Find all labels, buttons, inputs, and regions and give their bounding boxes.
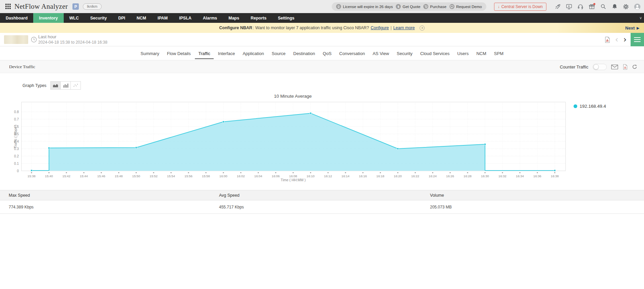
tab-cloud-services[interactable]: Cloud Services [417, 47, 453, 59]
tab-qos[interactable]: QoS [319, 47, 335, 59]
tab-ncm[interactable]: NCM [473, 47, 490, 59]
dollar-icon: $ [396, 4, 401, 9]
nav-item-ipsla[interactable]: IPSLA [173, 13, 197, 23]
bell-icon[interactable] [611, 3, 618, 10]
configure-link[interactable]: Configure [371, 26, 389, 30]
tab-interface[interactable]: Interface [215, 47, 238, 59]
email-icon[interactable] [611, 64, 618, 69]
section-controls: Counter Traffic [560, 60, 637, 73]
nav-item-alarms[interactable]: Alarms [197, 13, 223, 23]
svg-text:16:14: 16:14 [341, 174, 350, 178]
svg-text:15:54: 15:54 [167, 174, 175, 178]
tab-application[interactable]: Application [239, 47, 267, 59]
headset-icon[interactable] [577, 3, 584, 10]
nav-overflow-chevron-icon[interactable]: ∨ [639, 13, 642, 23]
svg-text:16:16: 16:16 [359, 174, 367, 178]
time-period-selector[interactable]: Last hour 2024-04-18 15:38 to 2024-04-18… [38, 34, 107, 44]
svg-text:15:42: 15:42 [62, 174, 70, 178]
svg-text:Traffic ( Mbps ): Traffic ( Mbps ) [13, 125, 17, 148]
banner-next-button[interactable]: Next ▶ [625, 23, 639, 33]
prev-device-chevron-icon[interactable]: ‹ [615, 36, 619, 44]
get-quote-item[interactable]: $ Get Quote [396, 4, 420, 9]
nav-item-reports[interactable]: Reports [245, 13, 272, 23]
svg-text:0.2: 0.2 [14, 154, 19, 158]
svg-text:16:38: 16:38 [551, 174, 559, 178]
demo-player-icon[interactable] [566, 3, 572, 10]
tab-users[interactable]: Users [454, 47, 472, 59]
nav-item-security[interactable]: Security [85, 13, 112, 23]
purchase-label: Purchase [430, 5, 446, 9]
tab-flow-details[interactable]: Flow Details [164, 47, 194, 59]
svg-text:15:44: 15:44 [80, 174, 88, 178]
nav-item-wlc[interactable]: WLC [64, 13, 85, 23]
svg-text:15:50: 15:50 [132, 174, 140, 178]
central-server-label: Central Server is Down [501, 4, 543, 9]
learn-more-link[interactable]: Learn more [393, 26, 415, 30]
svg-text:16:02: 16:02 [237, 174, 245, 178]
svg-text:16:34: 16:34 [516, 174, 524, 178]
scatter-chart-type-button[interactable] [70, 81, 81, 90]
nav-item-ipam[interactable]: IPAM [152, 13, 173, 23]
rocket-icon[interactable] [554, 3, 561, 10]
toggle-knob [593, 64, 599, 69]
view-tabs: SummaryFlow DetailsTrafficInterfaceAppli… [0, 46, 644, 60]
tab-spm[interactable]: SPM [491, 47, 507, 59]
svg-text:15:40: 15:40 [45, 174, 53, 178]
stats-value-cell: 455.717 Kbps [210, 200, 421, 213]
banner-separator: | [390, 26, 391, 30]
next-arrow-icon: ▶ [637, 26, 639, 30]
purchase-item[interactable]: Purchase [423, 4, 446, 9]
svg-text:15:52: 15:52 [150, 174, 158, 178]
period-range: 2024-04-18 15:38 to 2024-04-18 16:38 [38, 40, 107, 44]
next-device-chevron-icon[interactable]: › [623, 36, 627, 44]
tab-security[interactable]: Security [393, 47, 416, 59]
apps-grid-icon[interactable] [5, 4, 11, 9]
svg-text:0.1: 0.1 [14, 162, 19, 165]
tab-as-view[interactable]: AS View [369, 47, 392, 59]
tab-source[interactable]: Source [268, 47, 289, 59]
svg-text:16:12: 16:12 [324, 174, 332, 178]
area-chart-type-button[interactable] [50, 81, 61, 90]
traffic-stats-table: Max SpeedAvg SpeedVolume 774.389 Kbps455… [0, 190, 644, 214]
counter-traffic-toggle[interactable] [593, 64, 607, 70]
tab-summary[interactable]: Summary [137, 47, 163, 59]
bar-chart-type-button[interactable] [60, 81, 71, 90]
pdf-icon[interactable] [623, 64, 628, 70]
main-nav: DashboardInventoryWLCSecurityDPINCMIPAMI… [0, 13, 644, 23]
menu-hamburger-button[interactable] [631, 33, 644, 46]
svg-text:0.7: 0.7 [14, 117, 19, 121]
tab-traffic[interactable]: Traffic [195, 47, 213, 59]
svg-text:16:36: 16:36 [533, 174, 541, 178]
stats-header-cell: Max Speed [0, 190, 210, 200]
nav-item-dashboard[interactable]: Dashboard [0, 13, 33, 23]
search-icon[interactable] [600, 3, 606, 10]
graph-types: Graph Types [22, 81, 644, 90]
netflow-analyzer-app: NetFlow Analyzer P lknlkm License will e… [0, 0, 644, 289]
svg-text:16:28: 16:28 [464, 174, 472, 178]
user-avatar[interactable] [634, 3, 641, 10]
pdf-export-icon[interactable] [604, 37, 610, 43]
nav-item-ncm[interactable]: NCM [131, 13, 152, 23]
nav-item-maps[interactable]: Maps [223, 13, 245, 23]
app-title: NetFlow Analyzer [14, 2, 68, 11]
monitor-icon [449, 4, 454, 9]
request-demo-item[interactable]: Request Demo [449, 4, 482, 9]
traffic-chart-area: 10 Minute Average 00.10.20.30.40.50.60.7… [0, 94, 644, 183]
nav-item-settings[interactable]: Settings [272, 13, 300, 23]
notification-dot [593, 3, 595, 5]
tab-destination[interactable]: Destination [290, 47, 318, 59]
svg-text:16:00: 16:00 [219, 174, 227, 178]
nav-item-dpi[interactable]: DPI [112, 13, 131, 23]
banner-close-icon[interactable]: ✕ [420, 26, 425, 31]
banner-text: : Want to monitor layer 7 application tr… [253, 26, 369, 30]
gift-icon[interactable] [588, 3, 595, 10]
license-expiry-item[interactable]: License will expire in 26 days [336, 4, 393, 9]
tab-conversation[interactable]: Conversation [336, 47, 368, 59]
refresh-icon[interactable] [632, 64, 637, 69]
central-server-button[interactable]: ↓ Central Server is Down [494, 3, 546, 11]
gear-icon[interactable] [623, 3, 629, 10]
nav-item-inventory[interactable]: Inventory [33, 13, 63, 23]
stats-table-row: 774.389 Kbps455.717 Kbps205.073 MB [0, 200, 644, 214]
topbar-icon-group [554, 3, 641, 10]
svg-text:15:38: 15:38 [28, 174, 36, 178]
